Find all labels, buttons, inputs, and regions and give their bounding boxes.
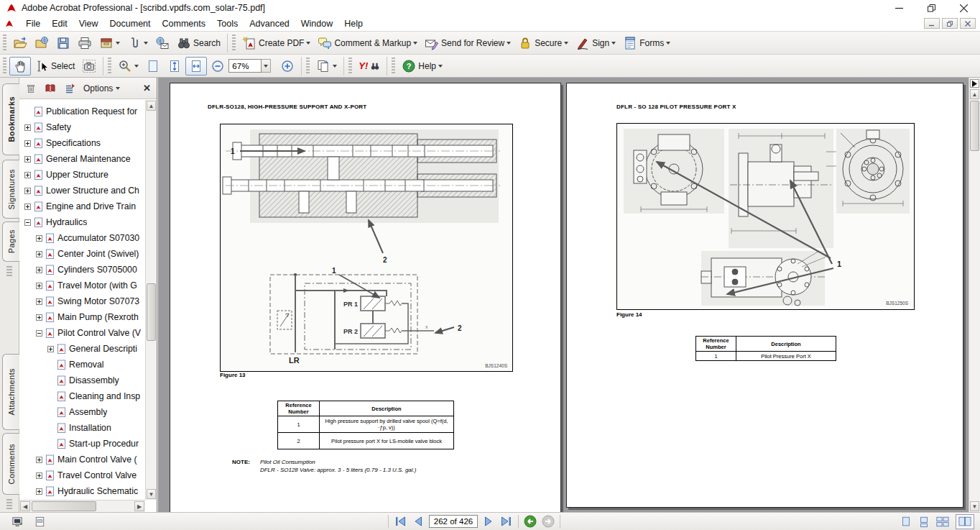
bookmark-item[interactable]: Lower Structure and Ch: [19, 183, 145, 198]
snapshot-button[interactable]: [78, 57, 100, 76]
bookmark-item[interactable]: Center Joint (Swivel): [19, 246, 145, 262]
bookmark-item[interactable]: Swing Motor S07073: [19, 293, 145, 309]
create-pdf-button[interactable]: Create PDF: [239, 34, 314, 52]
close-button[interactable]: [948, 0, 980, 16]
continuous-layout-icon[interactable]: [918, 516, 930, 528]
delete-bookmark-icon[interactable]: [25, 83, 37, 94]
expand-plus-icon[interactable]: [36, 283, 42, 289]
toolbar-grip[interactable]: [392, 58, 395, 75]
reading-mode-icon[interactable]: [11, 516, 24, 528]
bookmark-item[interactable]: Publication Request for: [19, 104, 145, 119]
select-tool-button[interactable]: Select: [31, 57, 78, 76]
zoom-in-button[interactable]: [277, 57, 298, 76]
tab-comments[interactable]: Comments: [2, 433, 19, 495]
save-button[interactable]: [52, 34, 74, 52]
expand-plus-icon[interactable]: [24, 204, 31, 210]
scroll-right-icon[interactable]: ▶: [134, 501, 144, 511]
zoom-level-input[interactable]: [228, 59, 262, 73]
scrollbar-thumb[interactable]: [147, 283, 156, 341]
expand-plus-icon[interactable]: [36, 235, 42, 242]
bookmark-item[interactable]: Safety: [19, 119, 145, 135]
comment-markup-button[interactable]: Comment & Markup: [314, 34, 421, 52]
menu-item-advanced[interactable]: Advanced: [244, 17, 295, 30]
bookmark-item[interactable]: Installation: [19, 420, 145, 436]
toolbar-grip[interactable]: [232, 35, 236, 52]
print-button[interactable]: [74, 34, 96, 52]
scroll-up-icon[interactable]: ▲: [970, 89, 979, 99]
bookmark-item[interactable]: Removal: [19, 357, 145, 373]
menu-item-tools[interactable]: Tools: [211, 17, 244, 30]
bookmark-item[interactable]: Pilot Control Valve (V: [19, 325, 145, 341]
new-bookmark-icon[interactable]: [64, 83, 75, 94]
bookmark-item[interactable]: Hydraulic Schematic: [19, 483, 145, 499]
sign-button[interactable]: Sign: [572, 34, 619, 52]
tab-bookmarks[interactable]: Bookmarks: [2, 83, 19, 155]
bookmark-item[interactable]: Hydraulics: [19, 214, 145, 230]
email-button[interactable]: [152, 34, 173, 52]
scroll-down-icon[interactable]: ▼: [970, 501, 979, 511]
doc-restore-button[interactable]: [942, 18, 958, 29]
continuous-facing-layout-icon[interactable]: [936, 516, 949, 528]
bookmarks-vertical-scrollbar[interactable]: ▲ ▼: [145, 100, 157, 500]
bookmark-item[interactable]: Specifications: [19, 135, 145, 151]
help-button[interactable]: ?Help: [398, 57, 446, 76]
expand-plus-icon[interactable]: [24, 172, 31, 178]
fit-page-button[interactable]: [142, 57, 164, 76]
splitter-arrow-icon[interactable]: [970, 79, 979, 88]
yahoo-search-button[interactable]: Y!: [355, 57, 384, 76]
expand-plus-icon[interactable]: [36, 251, 42, 257]
bookmark-item[interactable]: Start-up Procedur: [19, 436, 145, 452]
send-review-button[interactable]: Send for Review: [421, 34, 514, 52]
menu-item-edit[interactable]: Edit: [46, 17, 73, 30]
bookmark-item[interactable]: Main Control Valve (: [19, 452, 145, 467]
bookmark-item[interactable]: Disassembly: [19, 373, 145, 388]
doc-minimize-button[interactable]: [924, 18, 940, 29]
zoom-out-button[interactable]: [207, 57, 228, 76]
tab-pages[interactable]: Pages: [2, 221, 19, 262]
menu-item-help[interactable]: Help: [338, 17, 369, 30]
fit-width-button[interactable]: [185, 57, 207, 76]
menu-item-window[interactable]: Window: [295, 17, 338, 30]
organizer-button[interactable]: [96, 34, 124, 52]
expand-plus-icon[interactable]: [24, 188, 31, 194]
pdf-page-right[interactable]: DFLR - SO 128 PILOT PRESSURE PORT X: [566, 83, 963, 508]
search-button[interactable]: Search: [173, 34, 224, 52]
doc-close-button[interactable]: [960, 18, 976, 29]
expand-plus-icon[interactable]: [24, 124, 31, 131]
expand-plus-icon[interactable]: [36, 298, 42, 305]
scrollbar-thumb[interactable]: [970, 101, 979, 151]
expand-plus-icon[interactable]: [36, 472, 42, 479]
secure-button[interactable]: Secure: [514, 34, 572, 52]
menu-item-document[interactable]: Document: [104, 17, 157, 30]
toolbar-grip[interactable]: [108, 58, 111, 75]
open-button[interactable]: [9, 34, 31, 52]
bookmark-item[interactable]: General Maintenance: [19, 151, 145, 167]
bookmark-item[interactable]: Cleaning and Insp: [19, 388, 145, 404]
bookmark-item[interactable]: Travel Control Valve: [19, 467, 145, 483]
expand-plus-icon[interactable]: [36, 488, 42, 495]
single-page-layout-icon[interactable]: [900, 516, 912, 528]
collapse-minus-icon[interactable]: [24, 219, 31, 226]
next-view-icon[interactable]: [542, 515, 555, 528]
bookmark-item[interactable]: Engine and Drive Train: [19, 198, 145, 214]
expand-plus-icon[interactable]: [24, 156, 31, 163]
zoom-dropdown-button[interactable]: [262, 59, 271, 73]
collapse-minus-icon[interactable]: [36, 330, 42, 337]
scrollbar-thumb[interactable]: [32, 501, 96, 511]
minimize-button[interactable]: [883, 0, 915, 16]
bookmark-item[interactable]: Upper Structure: [19, 167, 145, 183]
panel-close-icon[interactable]: ✕: [143, 83, 151, 93]
current-bookmark-icon[interactable]: [45, 83, 56, 94]
menu-item-view[interactable]: View: [73, 17, 104, 30]
menu-item-comments[interactable]: Comments: [157, 17, 211, 30]
attach-button[interactable]: [124, 34, 152, 52]
options-button[interactable]: Options: [83, 83, 120, 93]
scroll-down-icon[interactable]: ▼: [147, 489, 156, 499]
fit-height-button[interactable]: [164, 57, 185, 76]
facing-layout-active[interactable]: [956, 514, 974, 529]
expand-plus-icon[interactable]: [36, 267, 42, 273]
previous-view-icon[interactable]: [524, 515, 537, 528]
document-status-icon[interactable]: [34, 516, 46, 528]
next-page-icon[interactable]: [483, 516, 494, 527]
bookmark-item[interactable]: Assembly: [19, 404, 145, 420]
